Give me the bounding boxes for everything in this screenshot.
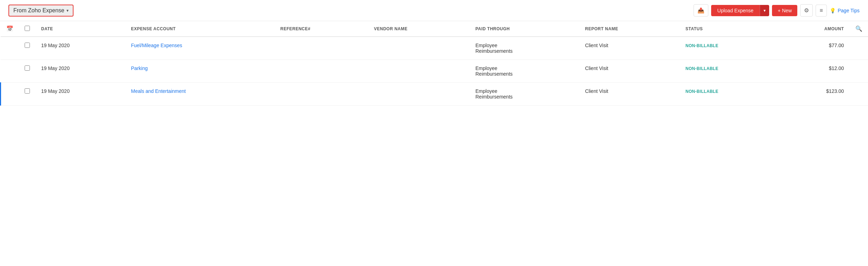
column-report-name: REPORT NAME xyxy=(580,21,680,37)
row-action xyxy=(850,37,868,60)
search-icon[interactable]: 🔍 xyxy=(855,26,863,32)
column-expense-account: EXPENSE ACCOUNT xyxy=(126,21,275,37)
row-amount: $123.00 xyxy=(780,83,849,106)
column-date: DATE xyxy=(36,21,126,37)
page-tips-label: Page Tips xyxy=(838,8,860,13)
new-button[interactable]: + New xyxy=(772,5,797,16)
column-toggle[interactable]: 📅 xyxy=(1,21,19,37)
hamburger-icon: ≡ xyxy=(819,7,823,14)
table-body: 19 May 2020Fuel/Mileage ExpensesEmployee… xyxy=(1,37,868,106)
row-toggle xyxy=(1,60,19,83)
row-expense-account[interactable]: Meals and Entertainment xyxy=(126,83,275,106)
row-checkbox[interactable] xyxy=(25,88,30,94)
table-row: 19 May 2020Meals and EntertainmentEmploy… xyxy=(1,83,868,106)
column-reference: REFERENCE# xyxy=(275,21,368,37)
source-selector-label: From Zoho Expense xyxy=(13,7,64,14)
row-amount: $12.00 xyxy=(780,60,849,83)
select-all-checkbox[interactable] xyxy=(25,26,30,31)
row-vendor-name xyxy=(368,60,470,83)
row-expense-account[interactable]: Parking xyxy=(126,60,275,83)
upload-expense-arrow-button[interactable]: ▾ xyxy=(760,5,769,16)
upload-expense-button[interactable]: Upload Expense xyxy=(711,5,760,16)
column-checkbox-header[interactable] xyxy=(19,21,36,37)
source-selector-chevron: ▾ xyxy=(66,8,69,13)
status-badge: NON-BILLABLE xyxy=(685,43,719,48)
row-date: 19 May 2020 xyxy=(36,83,126,106)
column-status: STATUS xyxy=(680,21,780,37)
row-toggle xyxy=(1,83,19,106)
row-vendor-name xyxy=(368,83,470,106)
expense-account-link[interactable]: Meals and Entertainment xyxy=(131,88,186,94)
row-reference xyxy=(275,83,368,106)
column-amount: AMOUNT xyxy=(780,21,849,37)
expense-account-link[interactable]: Parking xyxy=(131,65,148,71)
app-header: From Zoho Expense ▾ 📤 Upload Expense ▾ +… xyxy=(0,0,868,21)
expense-account-link[interactable]: Fuel/Mileage Expenses xyxy=(131,43,183,48)
lightbulb-icon: 💡 xyxy=(830,8,836,13)
page-tips-button[interactable]: 💡 Page Tips xyxy=(830,8,860,13)
row-paid-through: EmployeeReimbursements xyxy=(470,60,580,83)
row-vendor-name xyxy=(368,37,470,60)
export-icon: 📤 xyxy=(697,7,704,14)
row-checkbox[interactable] xyxy=(25,43,30,48)
row-checkbox-cell xyxy=(19,83,36,106)
status-badge: NON-BILLABLE xyxy=(685,89,719,94)
row-toggle xyxy=(1,37,19,60)
row-amount: $77.00 xyxy=(780,37,849,60)
source-selector-button[interactable]: From Zoho Expense ▾ xyxy=(8,5,74,17)
row-paid-through: EmployeeReimbursements xyxy=(470,83,580,106)
calendar-icon: 📅 xyxy=(6,26,14,32)
row-status: NON-BILLABLE xyxy=(680,37,780,60)
expenses-table: 📅 DATE EXPENSE ACCOUNT REFERENCE# VENDOR… xyxy=(0,21,868,106)
table-row: 19 May 2020ParkingEmployeeReimbursements… xyxy=(1,60,868,83)
row-report-name: Client Visit xyxy=(580,37,680,60)
row-reference xyxy=(275,60,368,83)
export-button[interactable]: 📤 xyxy=(694,4,708,17)
row-date: 19 May 2020 xyxy=(36,37,126,60)
row-checkbox-cell xyxy=(19,37,36,60)
upload-arrow-icon: ▾ xyxy=(764,8,766,13)
row-action xyxy=(850,83,868,106)
expenses-table-container: 📅 DATE EXPENSE ACCOUNT REFERENCE# VENDOR… xyxy=(0,21,868,106)
upload-expense-group: Upload Expense ▾ xyxy=(711,5,770,16)
row-checkbox[interactable] xyxy=(25,65,30,71)
row-action xyxy=(850,60,868,83)
row-status: NON-BILLABLE xyxy=(680,83,780,106)
row-status: NON-BILLABLE xyxy=(680,60,780,83)
row-report-name: Client Visit xyxy=(580,83,680,106)
table-header: 📅 DATE EXPENSE ACCOUNT REFERENCE# VENDOR… xyxy=(1,21,868,37)
row-reference xyxy=(275,37,368,60)
row-expense-account[interactable]: Fuel/Mileage Expenses xyxy=(126,37,275,60)
column-vendor-name: VENDOR NAME xyxy=(368,21,470,37)
gear-icon: ⚙ xyxy=(804,7,809,14)
settings-button[interactable]: ⚙ xyxy=(800,4,813,17)
row-report-name: Client Visit xyxy=(580,60,680,83)
row-date: 19 May 2020 xyxy=(36,60,126,83)
header-right: 📤 Upload Expense ▾ + New ⚙ ≡ 💡 Page Tips xyxy=(694,4,860,17)
table-row: 19 May 2020Fuel/Mileage ExpensesEmployee… xyxy=(1,37,868,60)
table-header-row: 📅 DATE EXPENSE ACCOUNT REFERENCE# VENDOR… xyxy=(1,21,868,37)
header-left: From Zoho Expense ▾ xyxy=(8,5,74,17)
column-paid-through: PAID THROUGH xyxy=(470,21,580,37)
menu-button[interactable]: ≡ xyxy=(816,5,826,17)
column-search[interactable]: 🔍 xyxy=(850,21,868,37)
row-checkbox-cell xyxy=(19,60,36,83)
status-badge: NON-BILLABLE xyxy=(685,66,719,71)
row-paid-through: EmployeeReimbursements xyxy=(470,37,580,60)
